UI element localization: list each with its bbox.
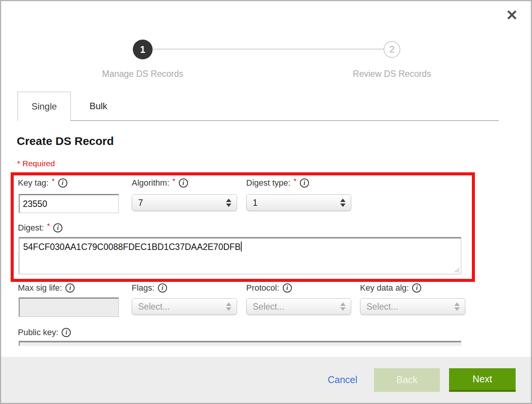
digest-type-label: Digest type: * i	[246, 178, 309, 188]
algorithm-label-text: Algorithm:	[132, 178, 169, 188]
text-cursor	[241, 242, 242, 251]
flags-info-icon[interactable]: i	[158, 283, 167, 293]
required-asterisk: *	[52, 177, 55, 186]
protocol-select-value: Select...	[253, 302, 337, 312]
digest-type-info-icon[interactable]: i	[300, 178, 309, 188]
tab-single[interactable]: Single	[18, 92, 71, 121]
digest-label: Digest: * i	[18, 223, 62, 233]
spinner-arrows-icon	[226, 302, 231, 311]
back-button[interactable]: Back	[374, 368, 440, 392]
modal-footer: Cancel Back Next	[1, 357, 531, 403]
key-tag-info-icon[interactable]: i	[58, 178, 67, 188]
public-key-label: Public key: i	[18, 328, 71, 337]
flags-label-text: Flags:	[132, 283, 155, 293]
key-data-alg-select-value: Select...	[366, 302, 451, 312]
digest-info-icon[interactable]: i	[53, 223, 62, 232]
algorithm-select[interactable]: 7	[132, 194, 237, 211]
step-2-circle: 2	[384, 41, 400, 58]
protocol-label-text: Protocol:	[246, 283, 279, 293]
flags-select[interactable]: Select...	[132, 298, 237, 315]
required-asterisk: *	[172, 177, 175, 186]
protocol-info-icon[interactable]: i	[283, 283, 292, 293]
step-1-number: 1	[140, 44, 145, 55]
cancel-button[interactable]: Cancel	[328, 374, 357, 385]
key-tag-label: Key tag: * i	[18, 178, 67, 188]
max-sig-life-label: Max sig life: i	[18, 283, 75, 293]
key-data-alg-label-text: Key data alg:	[360, 283, 409, 293]
tab-underline	[18, 120, 499, 121]
next-button[interactable]: Next	[449, 368, 516, 392]
stepper-connector-line	[153, 49, 384, 49]
step-1-label: Manage DS Records	[82, 69, 204, 79]
digest-value: 54FCF030AA1C79C0088FDEC1BD1C37DAA2E70DFB	[23, 242, 241, 252]
tab-bulk[interactable]: Bulk	[71, 92, 126, 120]
flags-label: Flags: i	[132, 283, 167, 293]
key-data-alg-label: Key data alg: i	[360, 283, 421, 293]
public-key-textarea[interactable]	[19, 341, 461, 346]
spinner-arrows-icon	[454, 302, 460, 311]
key-tag-input[interactable]	[19, 194, 119, 213]
public-key-info-icon[interactable]: i	[62, 328, 71, 337]
step-2-label: Review DS Records	[331, 69, 453, 79]
protocol-label: Protocol: i	[246, 283, 292, 293]
digest-type-label-text: Digest type:	[246, 178, 290, 188]
spinner-arrows-icon	[340, 199, 346, 207]
digest-type-select[interactable]: 1	[246, 194, 351, 211]
max-sig-life-input[interactable]	[19, 297, 119, 317]
resize-handle-icon[interactable]	[454, 267, 460, 273]
required-asterisk: *	[293, 177, 296, 186]
step-2-number: 2	[389, 44, 394, 55]
digest-label-text: Digest:	[18, 223, 44, 233]
key-data-alg-select[interactable]: Select...	[360, 298, 465, 315]
algorithm-label: Algorithm: * i	[132, 178, 188, 188]
algorithm-select-value: 7	[138, 198, 223, 208]
algorithm-info-icon[interactable]: i	[179, 178, 188, 188]
required-asterisk: *	[47, 222, 50, 231]
close-icon[interactable]: ✕	[506, 8, 518, 22]
spinner-arrows-icon	[226, 199, 231, 207]
step-1-circle: 1	[133, 40, 153, 59]
page-title: Create DS Record	[17, 135, 114, 148]
key-data-alg-info-icon[interactable]: i	[412, 283, 421, 293]
spinner-arrows-icon	[340, 302, 346, 311]
required-note: * Required	[17, 159, 55, 168]
flags-select-value: Select...	[138, 302, 223, 312]
max-sig-life-info-icon[interactable]: i	[65, 283, 75, 293]
key-tag-label-text: Key tag:	[18, 178, 49, 188]
protocol-select[interactable]: Select...	[246, 298, 351, 315]
create-ds-record-modal: ✕ 1 2 Manage DS Records Review DS Record…	[0, 0, 532, 404]
max-sig-life-label-text: Max sig life:	[18, 283, 62, 293]
public-key-label-text: Public key:	[18, 328, 58, 337]
digest-type-select-value: 1	[253, 198, 337, 208]
digest-textarea[interactable]: 54FCF030AA1C79C0088FDEC1BD1C37DAA2E70DFB	[19, 237, 461, 274]
